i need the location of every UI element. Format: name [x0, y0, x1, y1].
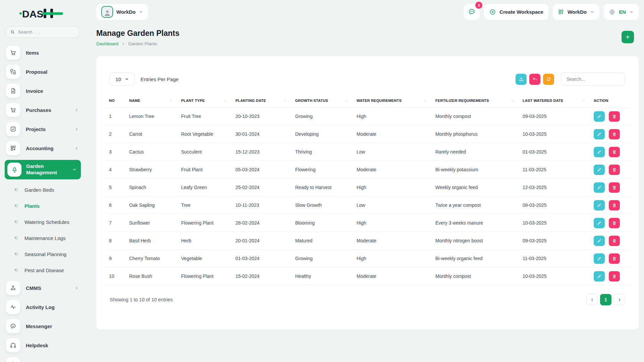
sidebar-subitem-watering-schedules[interactable]: Watering Schedules: [5, 216, 81, 228]
edit-button[interactable]: [594, 129, 605, 139]
delete-button[interactable]: [609, 111, 620, 122]
sidebar-item-projects[interactable]: Projects: [5, 122, 81, 136]
sidebar-subitem-label: Watering Schedules: [24, 219, 69, 225]
language-selector[interactable]: EN: [604, 4, 639, 20]
delete-button[interactable]: [609, 236, 620, 246]
page-size-select[interactable]: 10: [110, 72, 135, 86]
sidebar-item-invoice[interactable]: Invoice: [5, 83, 81, 98]
cell-fertilizer-requirements: Rarely needed: [435, 149, 466, 155]
sidebar-item-proposal[interactable]: Proposal: [5, 64, 81, 79]
sidebar-item-accounting[interactable]: Accounting: [5, 141, 81, 156]
edit-button[interactable]: [594, 111, 605, 122]
pencil-icon: [597, 238, 602, 243]
circles-icon: [6, 281, 20, 295]
next-page-button[interactable]: [614, 294, 625, 305]
table-search-input[interactable]: [561, 72, 625, 86]
bullet-ring-icon: [14, 268, 18, 273]
cell-plant-type: Flowering Plant: [181, 220, 214, 226]
delete-button[interactable]: [609, 147, 620, 157]
sidebar-item-cmms[interactable]: CMMS: [5, 281, 81, 295]
sidebar-subitem-maintenance-logs[interactable]: Maintenance Logs: [5, 232, 81, 244]
cell-name: Carrot: [129, 131, 142, 137]
table-row: 4 Strawberry Fruit Plant 05-03-2024 Flow…: [105, 161, 630, 179]
cell-no: 6: [109, 202, 112, 208]
sidebar-item-garden-management[interactable]: Garden Management: [5, 160, 81, 179]
cell-name: Strawberry: [129, 167, 152, 172]
sidebar-item-items[interactable]: Items: [5, 45, 81, 60]
cell-last-watered-date: 08-03-2025: [523, 202, 547, 208]
edit-button[interactable]: [594, 253, 605, 264]
sidebar-subitem-garden-beds[interactable]: Garden Beds: [5, 184, 81, 196]
cell-water-requirements: Moderate: [357, 131, 376, 137]
edit-button[interactable]: [594, 236, 605, 246]
column-header-last-watered-date[interactable]: LAST WATERED DATE↑↓: [519, 96, 590, 108]
sidebar-item-messenger[interactable]: Messenger: [5, 319, 81, 334]
current-page-button[interactable]: 1: [600, 294, 611, 305]
cell-plant-type: Flowering Plant: [181, 274, 214, 279]
export-button[interactable]: [516, 74, 527, 85]
delete-button[interactable]: [609, 200, 620, 210]
undo-arrow-icon: [532, 76, 538, 82]
cell-plant-type: Leafy Green: [181, 185, 207, 190]
plants-table: NO NAME↑↓ PLANT TYPE↑↓ PLANTING DATE↑↓ G…: [105, 96, 630, 285]
column-header-fertilizer-requirements[interactable]: FERTILIZER REQUIREMENTS↑↓: [431, 96, 519, 108]
column-header-water-requirements[interactable]: WATER REQUIREMENTS↑↓: [353, 96, 431, 108]
messages-button[interactable]: 0: [464, 4, 480, 20]
cell-name: Rose Bush: [129, 274, 152, 279]
cell-last-watered-date: 10-03-2025: [523, 131, 547, 137]
create-workspace-label: Create Workspace: [499, 9, 543, 15]
sort-arrows-icon: ↑↓: [224, 99, 226, 103]
delete-button[interactable]: [609, 165, 620, 175]
sidebar-item-settings[interactable]: Settings: [5, 357, 81, 362]
trash-icon: [612, 149, 617, 155]
delete-button[interactable]: [609, 129, 620, 139]
delete-button[interactable]: [609, 271, 620, 282]
pulse-icon: [6, 300, 20, 314]
chevron-down-icon: [629, 10, 634, 14]
sidebar-subitem-label: Plants: [24, 203, 40, 209]
reset-button[interactable]: [529, 74, 540, 85]
refresh-button[interactable]: [543, 74, 554, 85]
tree-icon: [7, 163, 21, 177]
column-header-plant-type[interactable]: PLANT TYPE↑↓: [177, 96, 231, 108]
sort-arrows-icon: ↑↓: [424, 99, 426, 103]
add-plant-button[interactable]: [622, 31, 634, 43]
sidebar-subitem-pest-and-disease[interactable]: Pest and Disease: [5, 264, 81, 276]
pencil-icon: [597, 114, 602, 119]
sidebar-subitem-seasonal-planning[interactable]: Seasonal Planning: [5, 248, 81, 260]
edit-button[interactable]: [594, 200, 605, 210]
cell-name: Lemon Tree: [129, 114, 154, 119]
app-menu-button[interactable]: WorkDo: [553, 4, 599, 20]
create-workspace-button[interactable]: Create Workspace: [484, 4, 548, 20]
workspace-selector[interactable]: WorkDo: [96, 4, 148, 20]
sidebar-subitem-label: Garden Beds: [24, 187, 54, 193]
sidebar-item-activity-log[interactable]: Activity Log: [5, 300, 81, 314]
chevron-right-icon: [74, 286, 79, 290]
edit-button[interactable]: [594, 182, 605, 193]
cell-water-requirements: High: [357, 114, 366, 119]
delete-button[interactable]: [609, 253, 620, 264]
edit-button[interactable]: [594, 271, 605, 282]
cell-planting-date: 01-03-2024: [235, 256, 260, 261]
cell-planting-date: 30-01-2024: [235, 131, 260, 137]
sidebar-subitem-plants[interactable]: Plants: [5, 200, 81, 212]
previous-page-button[interactable]: [586, 294, 598, 305]
edit-button[interactable]: [594, 165, 605, 175]
edit-button[interactable]: [594, 218, 605, 228]
breadcrumb-dashboard[interactable]: Dashboard: [96, 41, 118, 46]
column-header-planting-date[interactable]: PLANTING DATE↑↓: [231, 96, 291, 108]
app-menu-label: WorkDo: [568, 9, 587, 15]
refresh-icon: [546, 76, 551, 82]
delete-button[interactable]: [609, 218, 620, 228]
column-header-name[interactable]: NAME↑↓: [125, 96, 177, 108]
column-header-growth-status[interactable]: GROWTH STATUS↑↓: [291, 96, 353, 108]
sidebar-search-input[interactable]: [18, 29, 68, 35]
pencil-icon: [597, 132, 602, 137]
bullet-ring-icon: [14, 236, 18, 240]
sidebar-item-label: Projects: [26, 126, 46, 132]
sidebar-item-helpdesk[interactable]: Helpdesk: [5, 338, 81, 353]
sidebar-item-purchases[interactable]: Purchases: [5, 103, 81, 117]
cell-no: 10: [109, 274, 114, 279]
edit-button[interactable]: [594, 147, 605, 157]
delete-button[interactable]: [609, 182, 620, 193]
